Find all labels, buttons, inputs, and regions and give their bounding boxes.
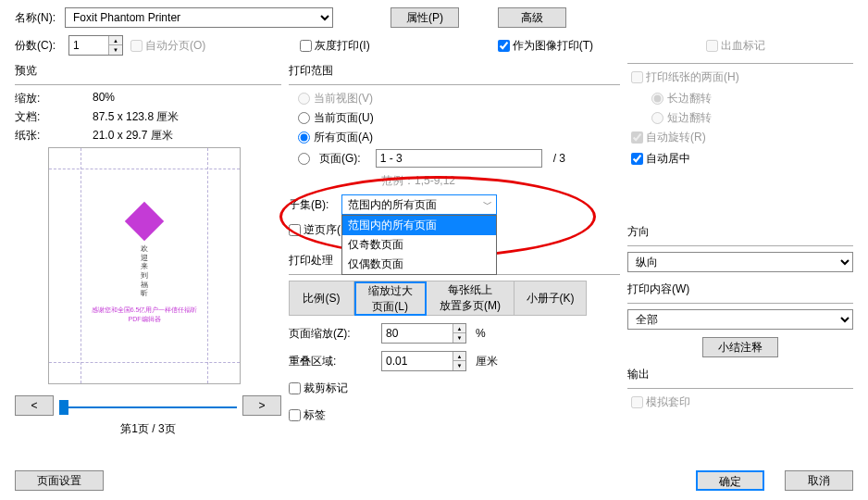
auto-center-checkbox[interactable]: 自动居中: [631, 152, 690, 165]
collate-checkbox: 自动分页(O): [130, 38, 205, 54]
long-edge-radio: 长边翻转: [651, 91, 853, 106]
preview-slider[interactable]: [59, 400, 237, 412]
subset-option-all[interactable]: 范围内的所有页面: [342, 216, 496, 235]
subset-option-even[interactable]: 仅偶数页面: [342, 255, 496, 274]
overlap-unit: 厘米: [476, 354, 498, 369]
tab-booklet[interactable]: 小册子(K): [515, 281, 587, 316]
simulate-overprint-checkbox: 模拟套印: [631, 395, 690, 408]
short-edge-radio: 短边翻转: [651, 110, 853, 126]
properties-button[interactable]: 属性(P): [391, 7, 459, 28]
pages-example: 范例：1,5-9,12: [381, 173, 620, 189]
pages-input[interactable]: [376, 149, 542, 168]
grayscale-checkbox[interactable]: 灰度打印(I): [300, 38, 369, 54]
advanced-button[interactable]: 高级: [498, 7, 566, 28]
preview-next-button[interactable]: >: [242, 395, 281, 416]
overlap-input[interactable]: [382, 352, 453, 370]
preview-canvas: 欢迎来到福昕 感谢您和全国6.5亿用户一样信任福昕PDF编辑器: [48, 147, 241, 384]
copies-spinner[interactable]: ▲▼: [68, 35, 123, 56]
copies-label: 份数(C):: [15, 38, 56, 54]
what-title: 打印内容(W): [627, 281, 853, 297]
page-zoom-spinner[interactable]: ▲▼: [381, 323, 466, 344]
subset-combo-list[interactable]: 范围内的所有页面 仅奇数页面 仅偶数页面: [341, 215, 497, 275]
doc-value: 87.5 x 123.8 厘米: [93, 109, 179, 125]
cancel-button[interactable]: 取消: [785, 470, 853, 491]
zoom-label: 缩放:: [15, 91, 93, 106]
radio-current-page[interactable]: 当前页面(U): [298, 110, 620, 126]
overlap-label: 重叠区域:: [289, 354, 372, 369]
auto-rotate-checkbox: 自动旋转(R): [631, 131, 706, 144]
copies-input[interactable]: [69, 36, 108, 55]
orientation-title: 方向: [627, 224, 853, 240]
tags-checkbox[interactable]: 标签: [289, 408, 326, 421]
preview-page-thumb: 欢迎来到福昕 感谢您和全国6.5亿用户一样信任福昕PDF编辑器: [81, 169, 208, 363]
pages-label: 页面(G):: [319, 151, 361, 167]
page-indicator: 第1页 / 3页: [15, 421, 281, 437]
print-what-select[interactable]: 全部: [627, 309, 853, 330]
paper-label: 纸张:: [15, 128, 93, 144]
both-sides-checkbox: 打印纸张的两面(H): [631, 70, 739, 83]
ok-button[interactable]: 确定: [696, 470, 764, 491]
orientation-select[interactable]: 纵向: [627, 252, 853, 272]
preview-title: 预览: [15, 63, 281, 79]
page-zoom-unit: %: [476, 327, 486, 340]
subset-combo-face[interactable]: 范围内的所有页面﹀: [341, 194, 497, 215]
overlap-spinner[interactable]: ▲▼: [381, 351, 466, 371]
radio-current-view: 当前视图(V): [298, 91, 620, 106]
page-zoom-input[interactable]: [382, 324, 453, 343]
subset-combo[interactable]: 范围内的所有页面﹀ 范围内的所有页面 仅奇数页面 仅偶数页面: [341, 194, 497, 215]
paper-value: 21.0 x 29.7 厘米: [93, 128, 173, 144]
chevron-down-icon: ﹀: [483, 198, 492, 211]
zoom-value: 80%: [93, 91, 115, 106]
crop-checkbox[interactable]: 裁剪标记: [289, 381, 348, 394]
copies-spin-buttons[interactable]: ▲▼: [108, 36, 122, 55]
tab-multi[interactable]: 每张纸上 放置多页(M): [427, 281, 515, 316]
range-title: 打印范围: [289, 63, 620, 79]
output-title: 输出: [627, 367, 853, 382]
tab-scale[interactable]: 比例(S): [290, 281, 354, 316]
radio-pages[interactable]: 页面(G): / 3: [298, 149, 620, 168]
subset-option-odd[interactable]: 仅奇数页面: [342, 235, 496, 255]
printer-select[interactable]: Foxit Phantom Printer: [65, 7, 333, 28]
radio-all-pages[interactable]: 所有页面(A): [298, 130, 620, 145]
as-image-checkbox[interactable]: 作为图像打印(T): [498, 38, 593, 54]
printer-name-label: 名称(N):: [15, 10, 56, 26]
summarize-comments-button[interactable]: 小结注释: [702, 337, 778, 357]
bleed-checkbox: 出血标记: [706, 38, 765, 54]
page-setup-button[interactable]: 页面设置: [15, 470, 104, 491]
page-zoom-label: 页面缩放(Z):: [289, 326, 372, 342]
preview-prev-button[interactable]: <: [15, 395, 54, 416]
handling-tabs[interactable]: 比例(S) 缩放过大 页面(L) 每张纸上 放置多页(M) 小册子(K): [289, 281, 587, 316]
pages-total: / 3: [553, 152, 565, 165]
doc-label: 文档:: [15, 109, 93, 125]
tab-fit[interactable]: 缩放过大 页面(L): [354, 281, 427, 316]
subset-label: 子集(B):: [289, 197, 329, 213]
